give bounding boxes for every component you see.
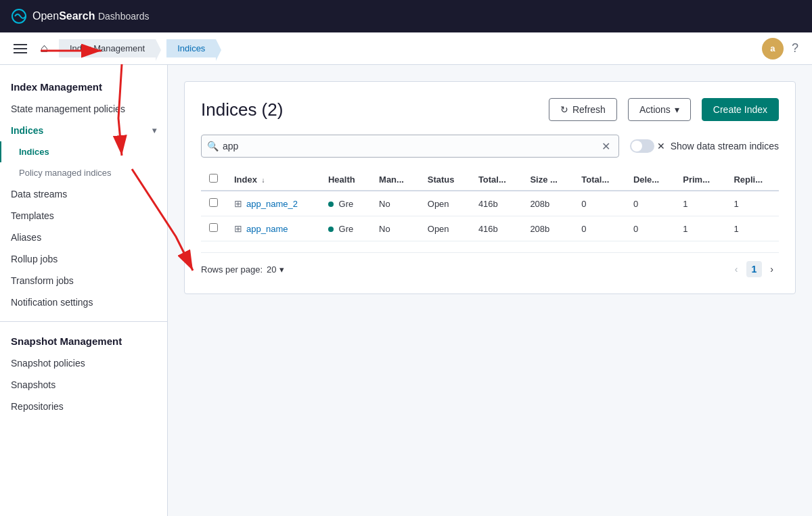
sidebar-item-rollup-jobs[interactable]: Rollup jobs <box>0 248 167 270</box>
show-data-stream-label: Show data stream indices <box>671 141 779 151</box>
status-cell-0: Open <box>420 191 470 216</box>
sidebar-item-notification-settings[interactable]: Notification settings <box>0 291 167 313</box>
create-index-button[interactable]: Create Index <box>702 98 779 121</box>
primaries-cell-0: 1 <box>675 191 725 216</box>
managed-cell-1: No <box>371 216 420 241</box>
sidebar-item-templates[interactable]: Templates <box>0 205 167 227</box>
breadcrumb-indices[interactable]: Indices <box>166 39 216 57</box>
total-docs-column-header: Total... <box>573 168 625 191</box>
sidebar-item-state-management-policies[interactable]: State management policies <box>0 98 167 120</box>
app-logo: OpenSearch Dashboards <box>11 8 149 24</box>
actions-button[interactable]: Actions ▾ <box>628 98 691 121</box>
search-row: 🔍 ✕ ✕ Show data stream indices <box>201 135 779 158</box>
sidebar-item-transform-jobs[interactable]: Transform jobs <box>0 270 167 291</box>
row-checkbox-1[interactable] <box>209 223 218 232</box>
sidebar: Index Management State management polici… <box>0 65 168 516</box>
search-icon: 🔍 <box>207 141 219 151</box>
total-docs-cell-1: 0 <box>573 216 625 241</box>
size-cell-1: 208b <box>522 216 573 241</box>
health-value-1: Gre <box>339 224 354 234</box>
refresh-icon: ↻ <box>560 104 568 115</box>
replicas-cell-1: 1 <box>725 216 779 241</box>
user-avatar[interactable]: a <box>762 38 784 60</box>
sidebar-item-repositories[interactable]: Repositories <box>0 396 167 417</box>
breadcrumb-index-management[interactable]: Index Management <box>59 39 156 57</box>
indices-table-container: Index ↓ Health Man... Status Total... Si… <box>201 168 779 241</box>
sidebar-item-data-streams[interactable]: Data streams <box>0 183 167 205</box>
prev-page-button[interactable]: ‹ <box>729 261 744 277</box>
snapshot-management-section-title: Snapshot Management <box>0 330 167 352</box>
panel-header: Indices (2) ↻ Refresh Actions ▾ Create I… <box>201 98 779 121</box>
rows-per-page-control: Rows per page: 20 ▾ <box>201 264 284 275</box>
health-column-header: Health <box>320 168 371 191</box>
sidebar-item-snapshot-policies[interactable]: Snapshot policies <box>0 352 167 374</box>
indices-panel: Indices (2) ↻ Refresh Actions ▾ Create I… <box>184 81 796 294</box>
menu-toggle-button[interactable] <box>11 41 30 56</box>
table-row: ⊞ app_name_2 Gre No Open 416b 208b 0 0 1… <box>201 191 779 216</box>
svg-point-0 <box>12 9 26 23</box>
breadcrumb: Index Management Indices <box>59 39 217 57</box>
page-title: Indices (2) <box>201 99 538 120</box>
app-name: OpenSearch Dashboards <box>32 10 149 22</box>
managed-cell-0: No <box>371 191 420 216</box>
refresh-button[interactable]: ↻ Refresh <box>549 98 617 121</box>
deleted-cell-1: 0 <box>625 216 675 241</box>
index-name-cell-1[interactable]: ⊞ app_name <box>226 216 320 241</box>
replicas-cell-0: 1 <box>725 191 779 216</box>
row-checkbox-cell <box>201 216 226 241</box>
row-checkbox-0[interactable] <box>209 198 218 207</box>
table-row: ⊞ app_name Gre No Open 416b 208b 0 0 1 1 <box>201 216 779 241</box>
home-button[interactable]: ⌂ <box>35 39 53 58</box>
main-layout: Index Management State management polici… <box>0 65 812 516</box>
search-input[interactable] <box>223 135 599 157</box>
sidebar-item-snapshots[interactable]: Snapshots <box>0 374 167 396</box>
index-link-1[interactable]: app_name <box>246 224 288 234</box>
sidebar-item-indices[interactable]: Indices ▾ <box>0 120 167 141</box>
size-cell-0: 208b <box>522 191 573 216</box>
health-value-0: Gre <box>339 199 354 209</box>
index-icon-0: ⊞ <box>234 198 242 209</box>
table-header-row: Index ↓ Health Man... Status Total... Si… <box>201 168 779 191</box>
breadcrumb-bar: ⌂ Index Management Indices a ? <box>0 32 812 65</box>
size-column-header: Size ... <box>522 168 573 191</box>
sidebar-item-indices-link[interactable]: Indices <box>0 141 167 162</box>
index-management-section-title: Index Management <box>0 76 167 98</box>
index-icon-1: ⊞ <box>234 223 242 234</box>
status-cell-1: Open <box>420 216 470 241</box>
health-cell-1: Gre <box>320 216 371 241</box>
data-stream-toggle-row: ✕ Show data stream indices <box>630 139 779 153</box>
index-name-cell-0[interactable]: ⊞ app_name_2 <box>226 191 320 216</box>
clear-search-button[interactable]: ✕ <box>599 140 613 153</box>
chevron-down-icon: ▾ <box>279 264 284 275</box>
data-stream-toggle-button[interactable] <box>630 139 654 153</box>
sidebar-item-aliases[interactable]: Aliases <box>0 227 167 248</box>
chevron-down-icon: ▾ <box>152 126 156 135</box>
select-all-checkbox[interactable] <box>209 174 218 183</box>
search-wrapper: 🔍 ✕ <box>201 135 619 158</box>
deleted-cell-0: 0 <box>625 191 675 216</box>
index-link-0[interactable]: app_name_2 <box>246 199 298 209</box>
primaries-column-header: Prim... <box>675 168 725 191</box>
total-size-cell-0: 416b <box>470 191 522 216</box>
opensearch-logo-icon <box>11 8 27 24</box>
deleted-column-header: Dele... <box>625 168 675 191</box>
index-column-header[interactable]: Index ↓ <box>226 168 320 191</box>
row-checkbox-cell <box>201 191 226 216</box>
top-nav: OpenSearch Dashboards <box>0 0 812 32</box>
page-1-button[interactable]: 1 <box>746 261 763 277</box>
status-column-header: Status <box>420 168 470 191</box>
next-page-button[interactable]: › <box>765 261 779 277</box>
rows-per-page-label: Rows per page: <box>201 264 263 275</box>
sidebar-item-policy-managed-indices[interactable]: Policy managed indices <box>0 162 167 183</box>
replicas-column-header: Repli... <box>725 168 779 191</box>
indices-table: Index ↓ Health Man... Status Total... Si… <box>201 168 779 241</box>
select-all-column <box>201 168 226 191</box>
table-body: ⊞ app_name_2 Gre No Open 416b 208b 0 0 1… <box>201 191 779 241</box>
total-size-cell-1: 416b <box>470 216 522 241</box>
health-indicator-1 <box>328 227 334 232</box>
health-indicator-0 <box>328 202 334 207</box>
primaries-cell-1: 1 <box>675 216 725 241</box>
help-button[interactable]: ? <box>789 39 801 58</box>
pagination: ‹ 1 › <box>729 261 779 277</box>
rows-per-page-dropdown[interactable]: 20 ▾ <box>267 264 284 275</box>
